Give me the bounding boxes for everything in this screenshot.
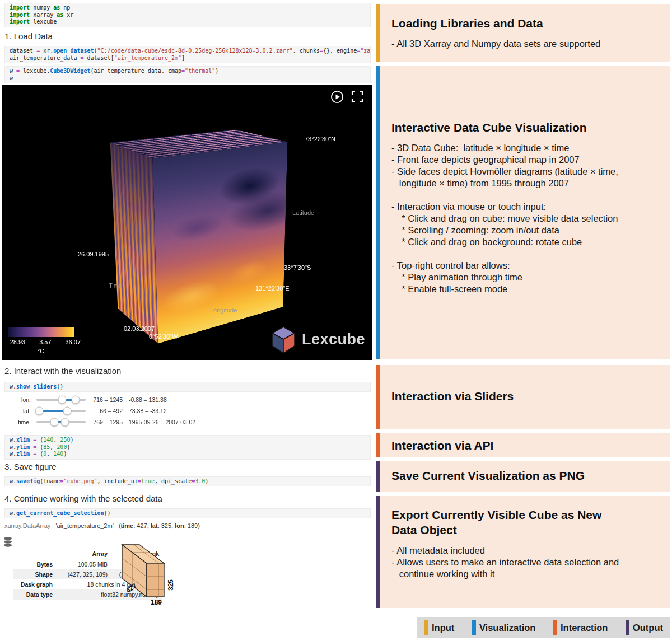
slider-row-time: time: 769 – 1295 1995-09-26 – 2007-03-02 [4, 417, 195, 428]
section-heading-interact: 2. Interact with the visualization [4, 366, 121, 376]
panel-title: Interaction via API [391, 438, 661, 453]
colorbar-unit: °C [8, 348, 74, 354]
legend-label: Interaction [561, 623, 608, 633]
legend-item-output: Output [626, 620, 663, 635]
panel-title: Interaction via Sliders [391, 389, 661, 404]
label-axis-longitude: Longitude [210, 307, 237, 314]
play-icon[interactable] [330, 90, 344, 104]
section-heading-load-data: 1. Load Data [4, 31, 53, 41]
data-cube[interactable] [74, 114, 315, 355]
page: import numpy as npimport xarray as xrimp… [0, 0, 672, 641]
shape-array: (427, 325, 189) [56, 569, 111, 579]
code-cell-get-selection[interactable]: w.get_current_cube_selection() [4, 508, 371, 518]
bytes-array: 100.05 MiB [56, 559, 111, 570]
panel-text-line: longitude × time) from 1995 through 2007 [391, 177, 661, 189]
database-icon[interactable] [3, 536, 12, 548]
slider-lat-handle-max[interactable] [63, 407, 71, 415]
slider-row-lat: lat: 66 – 492 73.38 – -33.12 [4, 405, 167, 417]
chunk-diagram: 427 189 325 [119, 535, 178, 611]
section-heading-save: 3. Save figure [4, 462, 57, 471]
panel-export-cube: Export Currently Visible Cube as New Dat… [376, 496, 670, 608]
slider-lon-value-range: -0.88 – 131.38 [129, 396, 167, 403]
label-longitude-west: 0°52'30"W [149, 333, 178, 340]
panel-text-line: - All 3D Xarray and Numpy data sets are … [391, 38, 661, 50]
annotation-column: Loading Libraries and Data - All 3D Xarr… [376, 0, 670, 641]
code-cell-limits[interactable]: w.xlim = (140, 250)w.ylim = (85, 200)w.z… [4, 435, 371, 460]
panel-text-line: * Play animation through time [391, 272, 661, 283]
slider-lat-label: lat: [4, 408, 31, 414]
panel-text-line: - Interaction via mouse or touch input: [391, 201, 661, 213]
row-label-shape: Shape [13, 569, 56, 579]
row-label-data-type: Data type [13, 589, 56, 600]
slider-lat-handle-min[interactable] [35, 407, 44, 415]
panel-text-line: - All metadata included [391, 545, 661, 556]
row-label-bytes: Bytes [13, 559, 56, 570]
slider-lat-value-range: 73.38 – -33.12 [129, 408, 167, 414]
panel-save-png: Save Current Visualization as PNG [376, 461, 670, 492]
color-legend: Input Visualization Interaction Output [417, 617, 670, 638]
slider-time-handle-min[interactable] [50, 418, 58, 427]
colorbar-gradient [8, 327, 74, 337]
panel-text-line: - Front face depicts geographical map in… [391, 154, 661, 166]
slider-lon-handle-max[interactable] [71, 396, 80, 404]
dataarray-header: xarray.DataArray 'air_temperature_2m' (t… [4, 522, 200, 529]
code-cell-show-sliders[interactable]: w.show_sliders() [4, 382, 371, 392]
table-corner [13, 549, 56, 559]
panel-text-line: - Top-right control bar allows: [391, 260, 661, 272]
legend-label: Input [432, 623, 454, 633]
slider-time-index-range: 769 – 1295 [92, 419, 123, 425]
legend-color-bar [424, 620, 428, 635]
slider-lon-index-range: 716 – 1245 [92, 396, 123, 403]
fullscreen-icon[interactable] [351, 90, 364, 104]
panel-text-line: * Click and drag on background: rotate c… [391, 236, 661, 248]
slider-time-value-range: 1995-09-26 – 2007-03-02 [129, 419, 195, 425]
code-cell-create-widget[interactable]: w = lexcube.Cube3DWidget(air_temperature… [4, 66, 371, 83]
label-latitude-north: 73°22'30"N [305, 135, 335, 142]
section-heading-continue: 4. Continue working with the selected da… [4, 494, 162, 503]
slider-time-track[interactable] [36, 421, 86, 423]
panel-text-line [391, 189, 661, 201]
data-cube-3d[interactable] [130, 135, 260, 325]
panel-interaction-sliders: Interaction via Sliders [376, 365, 670, 429]
colorbar-max: 36.07 [65, 339, 81, 345]
label-longitude-east: 131°22'30"E [255, 285, 290, 292]
cube-visualization[interactable]: 73°22'30"N Latitude 33°7'30"S 131°22'30"… [2, 85, 372, 360]
slider-lon-handle-min[interactable] [58, 396, 66, 404]
viz-control-bar [330, 90, 364, 104]
slider-time-label: time: [4, 419, 31, 425]
panel-title: Save Current Visualization as PNG [391, 468, 661, 483]
lexcube-logo: Lexcube [270, 325, 365, 353]
panel-loading-libraries: Loading Libraries and Data - All 3D Xarr… [376, 4, 670, 62]
slider-lat-index-range: 66 – 492 [92, 408, 123, 414]
slider-time-handle-max[interactable] [61, 418, 69, 427]
code-cell-savefig[interactable]: w.savefig(fname="cube.png", include_ui=T… [4, 476, 371, 486]
panel-title: Loading Libraries and Data [391, 16, 661, 31]
panel-text-line: - 3D Data Cube: latitude × longitude × t… [391, 142, 661, 154]
table-header-array: Array [56, 549, 111, 559]
lexcube-cube-icon [270, 325, 296, 353]
cube-left-face[interactable] [110, 143, 158, 344]
code-cell-load-data[interactable]: dataset = xr.open_dataset("C:/code/data-… [4, 46, 371, 63]
colorbar-min: -28.93 [8, 339, 25, 345]
panel-text-line: * Enable full-screen mode [391, 283, 661, 295]
panel-title: Interactive Data Cube Visualization [391, 120, 661, 135]
panel-text-line: * Click and drag on cube: move visible d… [391, 213, 661, 224]
legend-item-visualization: Visualization [472, 620, 536, 635]
panel-text-line: * Scrolling / zooming: zoom in/out data [391, 224, 661, 236]
legend-item-input: Input [424, 620, 454, 635]
label-date-start: 26.09.1995 [78, 251, 109, 258]
slider-lat-track[interactable] [36, 410, 86, 412]
legend-color-bar [626, 620, 629, 635]
dataarray-dims: (time: 427, lat: 325, lon: 189) [119, 522, 200, 529]
chunk-height-label: 325 [167, 579, 175, 591]
slider-lon-track[interactable] [36, 399, 86, 401]
panel-title: Export Currently Visible Cube as New Dat… [391, 507, 661, 537]
panel-text-line [391, 248, 661, 260]
panel-text-line: - Side faces depict Hovmöller diagrams (… [391, 166, 661, 177]
row-label-dask-graph: Dask graph [13, 579, 56, 589]
legend-label: Visualization [479, 623, 536, 633]
panel-text-line: - Allows users to make an interactive da… [391, 556, 661, 568]
panel-interaction-api: Interaction via API [376, 433, 670, 457]
label-axis-time: Time [109, 282, 122, 289]
code-cell-imports[interactable]: import numpy as npimport xarray as xrimp… [4, 3, 371, 27]
